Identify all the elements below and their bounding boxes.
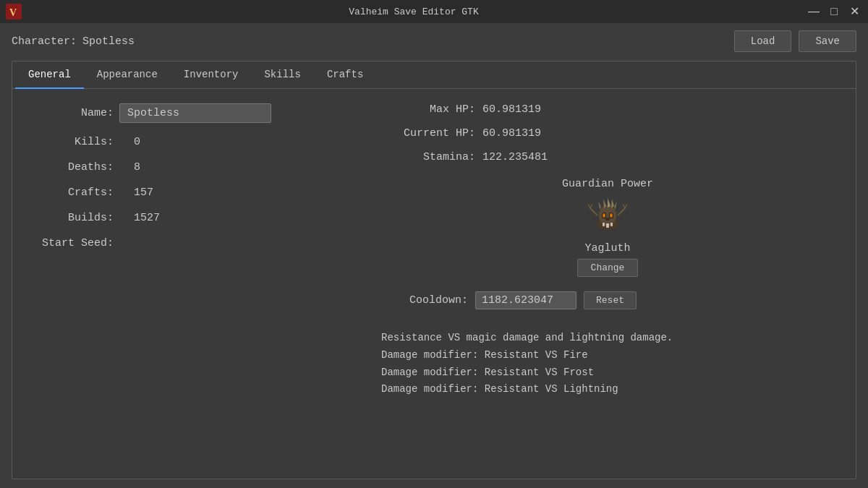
tab-panel: General Appearance Inventory Skills Craf… <box>12 61 856 479</box>
name-input[interactable] <box>119 103 271 123</box>
builds-value: 1527 <box>119 212 177 224</box>
current-hp-row: Current HP: 60.981319 <box>381 127 834 140</box>
tab-inventory[interactable]: Inventory <box>171 61 252 89</box>
svg-line-20 <box>618 208 625 215</box>
svg-marker-10 <box>608 198 610 207</box>
title-bar-left: V <box>6 4 22 20</box>
guardian-name: Yagluth <box>584 242 630 254</box>
character-row: Character: Spotless <box>12 35 135 48</box>
tab-general[interactable]: General <box>15 61 84 89</box>
stamina-label: Stamina: <box>381 151 475 163</box>
tab-bar: General Appearance Inventory Skills Craf… <box>12 61 856 89</box>
title-bar-controls: — □ ✕ <box>806 4 862 20</box>
guardian-section: Guardian Power <box>381 178 834 277</box>
main-window: Character: Spotless Load Save General Ap… <box>0 23 868 488</box>
svg-line-18 <box>588 204 590 208</box>
cooldown-value: 1182.623047 <box>475 291 576 309</box>
crafts-label: Crafts: <box>34 187 114 199</box>
description-box: Resistance VS magic damage and lightning… <box>381 330 834 398</box>
name-row: Name: <box>34 103 338 123</box>
svg-point-6 <box>603 213 605 218</box>
title-bar: V Valheim Save Editor GTK — □ ✕ <box>0 0 868 23</box>
right-panel: Max HP: 60.981319 Current HP: 60.981319 … <box>367 103 834 464</box>
tab-crafts[interactable]: Crafts <box>314 61 376 89</box>
svg-point-7 <box>610 213 613 218</box>
max-hp-row: Max HP: 60.981319 <box>381 103 834 116</box>
left-panel: Name: Kills: 0 Deaths: 8 Crafts: 157 Bui… <box>34 103 338 464</box>
current-hp-value: 60.981319 <box>482 127 569 140</box>
maximize-button[interactable]: □ <box>826 4 842 20</box>
change-guardian-button[interactable]: Change <box>577 259 639 277</box>
svg-line-21 <box>625 204 627 208</box>
tab-appearance[interactable]: Appearance <box>84 61 171 89</box>
svg-rect-16 <box>610 223 613 226</box>
builds-row: Builds: 1527 <box>34 212 338 224</box>
stamina-row: Stamina: 122.235481 <box>381 151 834 163</box>
header-buttons: Load Save <box>734 30 856 52</box>
cooldown-label: Cooldown: <box>381 294 468 307</box>
desc-line-4: Damage modifier: Resistant VS Lightning <box>381 381 834 398</box>
load-button[interactable]: Load <box>734 30 792 52</box>
desc-line-3: Damage modifier: Resistant VS Frost <box>381 364 834 382</box>
cooldown-row: Cooldown: 1182.623047 Reset <box>381 291 834 309</box>
builds-label: Builds: <box>34 212 114 224</box>
max-hp-value: 60.981319 <box>482 103 569 116</box>
desc-line-2: Damage modifier: Resistant VS Fire <box>381 347 834 364</box>
crafts-value: 157 <box>119 187 177 199</box>
close-button[interactable]: ✕ <box>846 4 862 20</box>
svg-rect-15 <box>606 223 609 228</box>
current-hp-label: Current HP: <box>381 127 475 140</box>
character-name-display: Spotless <box>82 35 135 48</box>
svg-line-17 <box>590 208 597 215</box>
minimize-button[interactable]: — <box>806 4 822 20</box>
app-icon: V <box>6 4 22 20</box>
name-label: Name: <box>34 107 114 119</box>
svg-text:V: V <box>9 7 17 18</box>
crafts-row: Crafts: 157 <box>34 187 338 199</box>
desc-line-1: Resistance VS magic damage and lightning… <box>381 330 834 347</box>
start-seed-row: Start Seed: <box>34 237 338 249</box>
kills-value: 0 <box>119 136 177 148</box>
start-seed-label: Start Seed: <box>34 237 114 249</box>
svg-point-3 <box>599 205 616 226</box>
deaths-label: Deaths: <box>34 161 114 174</box>
header-row: Character: Spotless Load Save <box>12 30 856 52</box>
svg-point-13 <box>605 218 610 221</box>
svg-line-19 <box>590 204 592 208</box>
save-button[interactable]: Save <box>799 30 856 52</box>
guardian-icon <box>586 194 629 238</box>
window-title: Valheim Save Editor GTK <box>22 7 806 17</box>
character-label: Character: <box>12 35 77 48</box>
svg-line-22 <box>623 204 625 208</box>
stamina-value: 122.235481 <box>482 151 569 163</box>
deaths-row: Deaths: 8 <box>34 161 338 174</box>
deaths-value: 8 <box>119 161 177 174</box>
kills-row: Kills: 0 <box>34 136 338 148</box>
svg-marker-8 <box>598 201 601 210</box>
svg-marker-11 <box>611 199 614 208</box>
svg-rect-14 <box>603 223 605 226</box>
reset-cooldown-button[interactable]: Reset <box>584 291 637 309</box>
guardian-power-title: Guardian Power <box>562 178 653 190</box>
tab-content-general: Name: Kills: 0 Deaths: 8 Crafts: 157 Bui… <box>12 89 856 479</box>
tab-skills[interactable]: Skills <box>251 61 313 89</box>
svg-marker-12 <box>614 201 617 210</box>
kills-label: Kills: <box>34 136 114 148</box>
max-hp-label: Max HP: <box>381 103 475 116</box>
